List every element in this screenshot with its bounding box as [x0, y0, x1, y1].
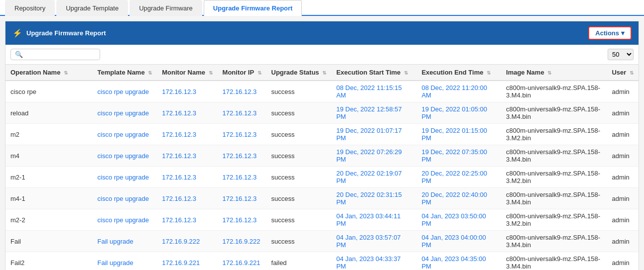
cell-monitor-name: 172.16.12.3 — [157, 102, 217, 124]
col-exec-start[interactable]: Execution Start Time ⇅ — [331, 65, 416, 81]
cell-image-name: c800m-universalk9-mz.SPA.158-3.M4.bin — [501, 188, 607, 209]
cell-upgrade-status: success — [266, 188, 332, 209]
cell-exec-end: 08 Dec, 2022 11:20:00 AM — [416, 81, 501, 102]
cell-operation-name: m2 — [5, 124, 93, 145]
cell-operation-name: Fail — [5, 231, 93, 252]
cell-user: admin — [607, 231, 639, 252]
page-size-select[interactable]: 50 25 100 — [608, 49, 634, 60]
lightning-icon: ⚡ — [12, 28, 22, 38]
cell-user: admin — [607, 209, 639, 231]
tabs-bar: RepositoryUpgrade TemplateUpgrade Firmwa… — [0, 0, 644, 16]
cell-image-name: c800m-universalk9-mz.SPA.158-3.M4.bin — [501, 145, 607, 167]
cell-template-name: Fail upgrade — [93, 252, 157, 270]
search-input[interactable] — [25, 51, 96, 58]
cell-template-name: cisco rpe upgrade — [93, 188, 157, 209]
cell-template-name: cisco rpe upgrade — [93, 145, 157, 167]
table-row: Fail2Fail upgrade172.16.9.221172.16.9.22… — [5, 252, 639, 270]
search-box[interactable]: 🔍 — [10, 49, 100, 60]
cell-exec-start: 04 Jan, 2023 04:33:37 PM — [331, 252, 416, 270]
cell-exec-start: 20 Dec, 2022 02:31:15 PM — [331, 188, 416, 209]
table-row: m2-2cisco rpe upgrade172.16.12.3172.16.1… — [5, 209, 639, 231]
cell-upgrade-status: success — [266, 102, 332, 124]
cell-exec-start: 19 Dec, 2022 01:07:17 PM — [331, 124, 416, 145]
table-header-row: Operation Name ⇅ Template Name ⇅ Monitor… — [5, 65, 639, 81]
cell-exec-end: 20 Dec, 2022 02:40:00 PM — [416, 188, 501, 209]
col-template-name[interactable]: Template Name ⇅ — [93, 65, 157, 81]
table-row: reloadcisco rpe upgrade172.16.12.3172.16… — [5, 102, 639, 124]
table-row: m2-1cisco rpe upgrade172.16.12.3172.16.1… — [5, 167, 639, 188]
tab-repository[interactable]: Repository — [5, 0, 55, 16]
cell-monitor-name: 172.16.9.221 — [157, 252, 217, 270]
cell-exec-start: 20 Dec, 2022 02:19:07 PM — [331, 167, 416, 188]
cell-monitor-ip: 172.16.9.221 — [218, 252, 266, 270]
cell-operation-name: reload — [5, 102, 93, 124]
cell-exec-end: 04 Jan, 2023 04:35:00 PM — [416, 252, 501, 270]
cell-template-name: cisco rpe upgrade — [93, 124, 157, 145]
cell-upgrade-status: success — [266, 209, 332, 231]
main-panel: ⚡ Upgrade Firmware Report Actions ▾ 🔍 50… — [5, 21, 639, 270]
col-exec-end[interactable]: Execution End Time ⇅ — [416, 65, 501, 81]
toolbar: 🔍 50 25 100 — [5, 45, 639, 64]
panel-title: Upgrade Firmware Report — [26, 29, 106, 37]
col-operation-name[interactable]: Operation Name ⇅ — [5, 65, 93, 81]
data-table: Operation Name ⇅ Template Name ⇅ Monitor… — [5, 64, 639, 270]
cell-exec-start: 19 Dec, 2022 12:58:57 PM — [331, 102, 416, 124]
cell-user: admin — [607, 252, 639, 270]
cell-exec-end: 19 Dec, 2022 01:15:00 PM — [416, 124, 501, 145]
cell-exec-start: 19 Dec, 2022 07:26:29 PM — [331, 145, 416, 167]
cell-monitor-name: 172.16.12.3 — [157, 124, 217, 145]
col-upgrade-status[interactable]: Upgrade Status ⇅ — [266, 65, 332, 81]
col-image-name[interactable]: Image Name ⇅ — [501, 65, 607, 81]
cell-user: admin — [607, 145, 639, 167]
panel-header: ⚡ Upgrade Firmware Report Actions ▾ — [5, 21, 639, 45]
cell-image-name: c800m-universalk9-mz.SPA.158-3.M2.bin — [501, 124, 607, 145]
cell-monitor-name: 172.16.12.3 — [157, 209, 217, 231]
cell-exec-start: 04 Jan, 2023 03:44:11 PM — [331, 209, 416, 231]
cell-upgrade-status: success — [266, 145, 332, 167]
cell-upgrade-status: success — [266, 231, 332, 252]
cell-monitor-ip: 172.16.12.3 — [218, 209, 266, 231]
cell-operation-name: m2-2 — [5, 209, 93, 231]
cell-monitor-name: 172.16.9.222 — [157, 231, 217, 252]
cell-monitor-name: 172.16.12.3 — [157, 188, 217, 209]
tab-upgrade-firmware[interactable]: Upgrade Firmware — [129, 0, 202, 16]
cell-monitor-ip: 172.16.12.3 — [218, 124, 266, 145]
cell-user: admin — [607, 81, 639, 102]
table-body: cisco rpecisco rpe upgrade172.16.12.3172… — [5, 81, 639, 270]
cell-image-name: c800m-universalk9-mz.SPA.158-3.M4.bin — [501, 252, 607, 270]
cell-exec-start: 08 Dec, 2022 11:15:15 AM — [331, 81, 416, 102]
col-monitor-name[interactable]: Monitor Name ⇅ — [157, 65, 217, 81]
col-user[interactable]: User ⇅ — [607, 65, 639, 81]
cell-template-name: cisco rpe upgrade — [93, 209, 157, 231]
cell-exec-start: 04 Jan, 2023 03:57:07 PM — [331, 231, 416, 252]
cell-monitor-ip: 172.16.12.3 — [218, 102, 266, 124]
cell-user: admin — [607, 124, 639, 145]
cell-monitor-name: 172.16.12.3 — [157, 167, 217, 188]
cell-operation-name: m2-1 — [5, 167, 93, 188]
cell-exec-end: 04 Jan, 2023 04:00:00 PM — [416, 231, 501, 252]
tab-upgrade-template[interactable]: Upgrade Template — [56, 0, 128, 16]
table-row: m4-1cisco rpe upgrade172.16.12.3172.16.1… — [5, 188, 639, 209]
cell-user: admin — [607, 102, 639, 124]
tab-upgrade-firmware-report[interactable]: Upgrade Firmware Report — [204, 0, 302, 16]
actions-chevron: ▾ — [621, 29, 625, 37]
table-row: m2cisco rpe upgrade172.16.12.3172.16.12.… — [5, 124, 639, 145]
table-row: FailFail upgrade172.16.9.222172.16.9.222… — [5, 231, 639, 252]
cell-monitor-ip: 172.16.12.3 — [218, 188, 266, 209]
cell-exec-end: 20 Dec, 2022 02:25:00 PM — [416, 167, 501, 188]
cell-monitor-ip: 172.16.12.3 — [218, 81, 266, 102]
cell-template-name: cisco rpe upgrade — [93, 81, 157, 102]
cell-monitor-name: 172.16.12.3 — [157, 81, 217, 102]
cell-operation-name: Fail2 — [5, 252, 93, 270]
cell-upgrade-status: success — [266, 167, 332, 188]
cell-image-name: c800m-universalk9-mz.SPA.158-3.M4.bin — [501, 81, 607, 102]
cell-image-name: c800m-universalk9-mz.SPA.158-3.M2.bin — [501, 209, 607, 231]
col-monitor-ip[interactable]: Monitor IP ⇅ — [218, 65, 266, 81]
cell-image-name: c800m-universalk9-mz.SPA.158-3.M4.bin — [501, 231, 607, 252]
cell-template-name: cisco rpe upgrade — [93, 167, 157, 188]
search-icon: 🔍 — [15, 51, 23, 58]
cell-upgrade-status: failed — [266, 252, 332, 270]
cell-operation-name: m4-1 — [5, 188, 93, 209]
actions-button[interactable]: Actions ▾ — [588, 26, 632, 40]
panel-title-group: ⚡ Upgrade Firmware Report — [12, 28, 106, 38]
